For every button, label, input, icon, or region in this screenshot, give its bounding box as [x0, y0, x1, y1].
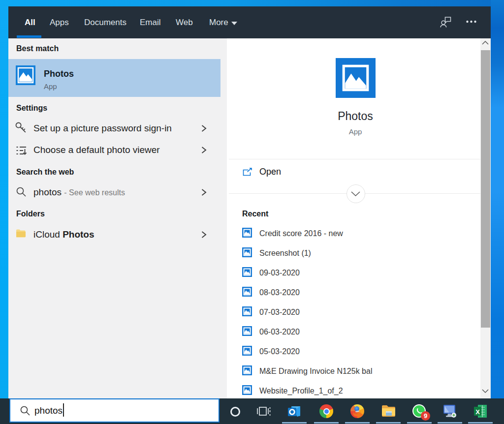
svg-text:X: X: [475, 408, 480, 416]
